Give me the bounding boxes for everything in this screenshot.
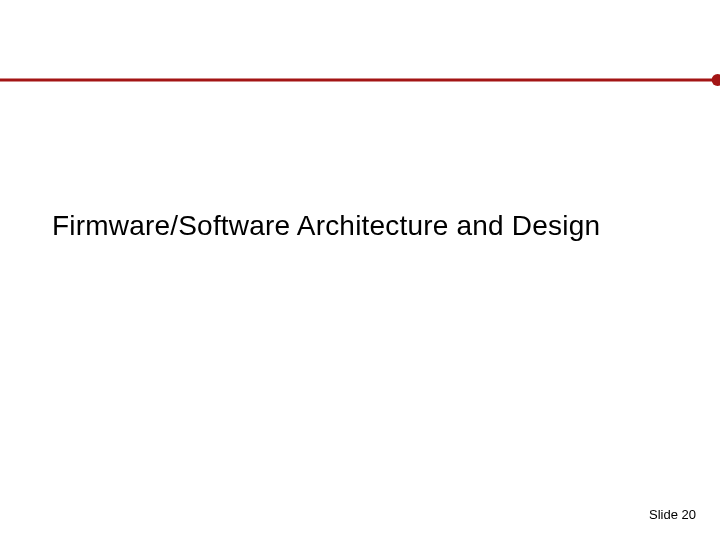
slide-number: Slide 20 <box>649 507 696 522</box>
slide-title: Firmware/Software Architecture and Desig… <box>52 210 600 242</box>
header-rule-line <box>0 79 720 82</box>
header-rule-dot-icon <box>712 74 720 86</box>
header-rule <box>0 74 720 86</box>
